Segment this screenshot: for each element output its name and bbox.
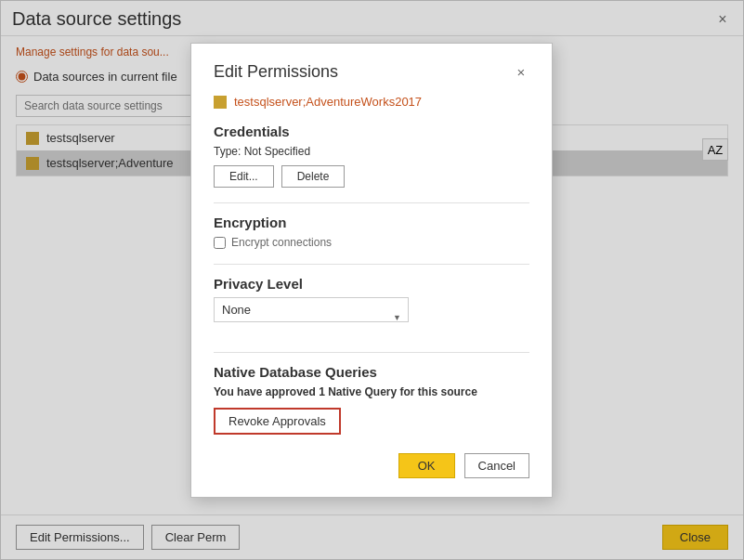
privacy-level-select[interactable]: None Private Organizational Public bbox=[214, 297, 409, 322]
modal-datasource-label-row: testsqlserver;AdventureWorks2017 bbox=[214, 95, 529, 109]
modal-datasource-icon bbox=[214, 96, 227, 109]
credentials-section-title: Credentials bbox=[214, 124, 529, 139]
cancel-button[interactable]: Cancel bbox=[464, 453, 529, 478]
modal-title: Edit Permissions bbox=[214, 62, 338, 82]
modal-datasource-name: testsqlserver;AdventureWorks2017 bbox=[234, 95, 422, 109]
credentials-buttons: Edit... Delete bbox=[214, 165, 529, 188]
modal-close-button[interactable]: × bbox=[513, 64, 529, 81]
encrypt-checkbox[interactable] bbox=[214, 237, 226, 249]
edit-credentials-button[interactable]: Edit... bbox=[214, 165, 274, 188]
privacy-section-title: Privacy Level bbox=[214, 276, 529, 292]
divider-3 bbox=[214, 352, 529, 353]
divider-2 bbox=[214, 264, 529, 265]
privacy-select-wrapper: None Private Organizational Public bbox=[214, 297, 409, 337]
modal-titlebar: Edit Permissions × bbox=[214, 62, 529, 82]
modal-footer: OK Cancel bbox=[214, 453, 529, 478]
approval-prefix: You have approved bbox=[214, 385, 319, 398]
approval-suffix: Native Query for this source bbox=[325, 385, 477, 398]
divider-1 bbox=[214, 202, 529, 203]
edit-permissions-modal: Edit Permissions × testsqlserver;Adventu… bbox=[190, 43, 553, 498]
encryption-section-title: Encryption bbox=[214, 215, 529, 230]
ok-button[interactable]: OK bbox=[398, 453, 455, 478]
delete-credentials-button[interactable]: Delete bbox=[281, 165, 346, 188]
credentials-type: Type: Not Specified bbox=[214, 145, 529, 158]
encrypt-label: Encrypt connections bbox=[231, 236, 332, 249]
native-query-approval-text: You have approved 1 Native Query for thi… bbox=[214, 385, 529, 398]
encrypt-checkbox-row: Encrypt connections bbox=[214, 236, 529, 249]
native-queries-section-title: Native Database Queries bbox=[214, 364, 529, 380]
revoke-approvals-button[interactable]: Revoke Approvals bbox=[214, 408, 341, 435]
approval-count: 1 bbox=[319, 385, 325, 398]
